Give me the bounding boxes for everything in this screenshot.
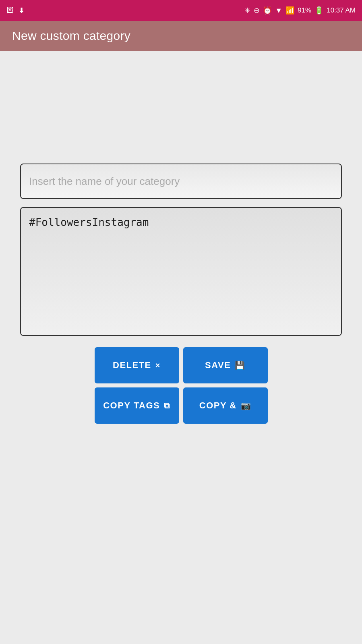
category-name-input[interactable]	[20, 164, 342, 199]
status-bar: 🖼 ⬇ ✳ ⊖ ⏰ ▼ 📶 91% 🔋 10:37 AM	[0, 0, 362, 21]
page-title: New custom category	[12, 29, 130, 42]
tags-textarea[interactable]: #FollowersInstagram	[20, 207, 342, 336]
status-bar-right: ✳ ⊖ ⏰ ▼ 📶 91% 🔋 10:37 AM	[244, 6, 356, 14]
copy-tags-label: COPY TAGS	[103, 400, 160, 411]
top-buttons-row: DELETE × SAVE 💾	[95, 347, 268, 383]
download-icon: ⬇	[19, 7, 25, 14]
copy-tags-button[interactable]: COPY TAGS ⧉	[95, 387, 179, 424]
status-bar-left: 🖼 ⬇	[6, 7, 25, 14]
battery-icon: 🔋	[314, 7, 323, 14]
top-spacer	[20, 75, 342, 155]
signal-bars-icon: 📶	[285, 7, 294, 14]
wifi-signal-icon: ▼	[275, 7, 282, 14]
battery-percent: 91%	[298, 6, 311, 14]
delete-button[interactable]: DELETE ×	[95, 347, 179, 383]
save-label: SAVE	[205, 360, 231, 371]
do-not-disturb-icon: ⊖	[254, 7, 260, 14]
photo-icon: 🖼	[6, 7, 14, 14]
main-content: #FollowersInstagram DELETE × SAVE 💾 COPY…	[0, 51, 362, 644]
save-icon: 💾	[235, 360, 246, 370]
bottom-buttons-row: COPY TAGS ⧉ COPY & 📷	[95, 387, 268, 424]
save-button[interactable]: SAVE 💾	[183, 347, 268, 383]
alarm-icon: ⏰	[263, 7, 272, 14]
buttons-container: DELETE × SAVE 💾 COPY TAGS ⧉ COPY & 📷	[20, 347, 342, 424]
copy-tags-icon: ⧉	[164, 401, 170, 410]
toolbar: New custom category	[0, 21, 362, 51]
copy-and-icon: 📷	[241, 401, 252, 410]
copy-and-button[interactable]: COPY & 📷	[183, 387, 268, 424]
time-display: 10:37 AM	[327, 6, 356, 14]
delete-icon: ×	[155, 361, 161, 370]
delete-label: DELETE	[113, 360, 151, 371]
bluetooth-icon: ✳	[244, 7, 250, 14]
copy-and-label: COPY &	[199, 400, 237, 411]
